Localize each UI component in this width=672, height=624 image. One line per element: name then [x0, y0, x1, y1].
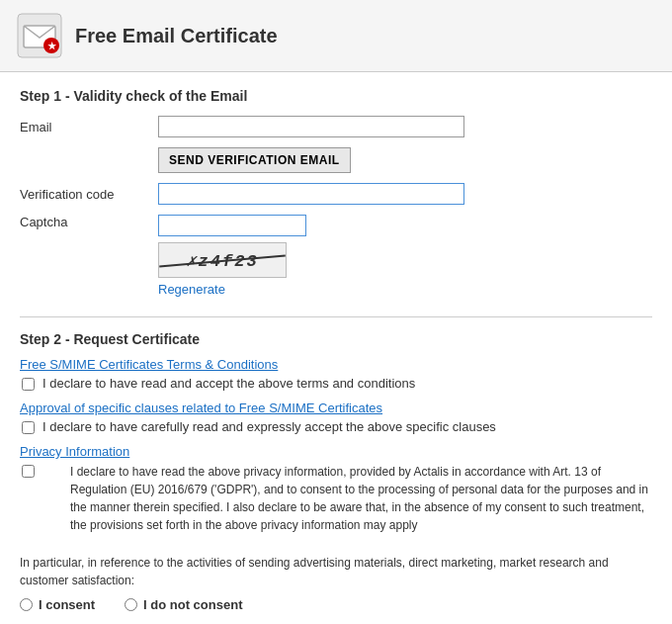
consent1-yes-option: I consent	[20, 597, 95, 612]
terms-checkbox-label: I declare to have read and accept the ab…	[42, 376, 415, 391]
consent1-yes-label: I consent	[39, 597, 95, 612]
consent1-row: I consent I do not consent	[20, 597, 652, 612]
captcha-image: ✗z4f23	[158, 242, 287, 278]
consent1-no-radio[interactable]	[125, 598, 137, 611]
paragraph1-text: In particular, in reference to the activ…	[20, 554, 652, 589]
email-label: Email	[20, 120, 158, 134]
send-verification-button[interactable]: SEND VERIFICATION EMAIL	[158, 147, 351, 173]
approval-checkbox[interactable]	[22, 421, 35, 434]
approval-checkbox-label: I declare to have carefully read and exp…	[42, 419, 496, 434]
regenerate-link[interactable]: Regenerate	[158, 282, 225, 297]
verification-label: Verification code	[20, 187, 158, 202]
step1-title: Step 1 - Validity check of the Email	[20, 88, 652, 104]
send-btn-row: SEND VERIFICATION EMAIL	[20, 147, 652, 183]
privacy-checkbox-label: I declare to have read the above privacy…	[70, 463, 652, 534]
email-row: Email	[20, 116, 652, 137]
verification-input[interactable]	[158, 183, 464, 205]
step2-title: Step 2 - Request Certificate	[20, 331, 652, 347]
main-content: Step 1 - Validity check of the Email Ema…	[0, 72, 672, 624]
consent1-yes-radio[interactable]	[20, 598, 33, 611]
privacy-checkbox-row: I declare to have read the above privacy…	[20, 463, 652, 544]
verification-row: Verification code	[20, 183, 652, 205]
privacy-checkbox[interactable]	[22, 465, 35, 478]
terms-checkbox[interactable]	[22, 378, 35, 391]
captcha-input[interactable]	[158, 215, 306, 236]
consent1-no-label: I do not consent	[143, 597, 242, 612]
svg-text:★: ★	[47, 41, 57, 51]
consent1-no-option: I do not consent	[125, 597, 242, 612]
email-certificate-icon: ★	[16, 12, 63, 59]
terms-link[interactable]: Free S/MIME Certificates Terms & Conditi…	[20, 357, 278, 372]
approval-checkbox-row: I declare to have carefully read and exp…	[20, 419, 652, 434]
privacy-link[interactable]: Privacy Information	[20, 444, 129, 459]
page-header: ★ Free Email Certificate	[0, 0, 672, 72]
email-input[interactable]	[158, 116, 464, 137]
section-divider	[20, 316, 652, 317]
page-title: Free Email Certificate	[75, 25, 278, 47]
captcha-row: Captcha ✗z4f23 Regenerate	[20, 215, 652, 303]
terms-checkbox-row: I declare to have read and accept the ab…	[20, 376, 652, 391]
captcha-label: Captcha	[20, 215, 158, 229]
captcha-area: ✗z4f23 Regenerate	[158, 215, 306, 297]
approval-link[interactable]: Approval of specific clauses related to …	[20, 401, 382, 415]
